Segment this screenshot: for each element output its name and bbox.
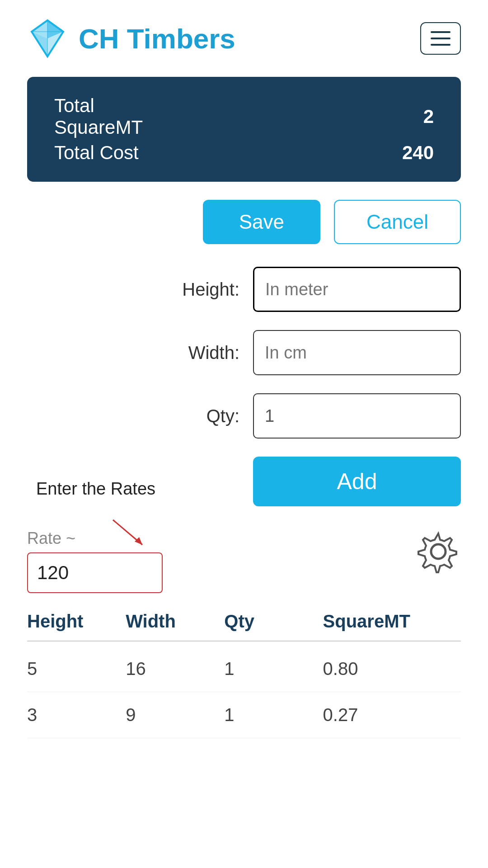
table-section: Height Width Qty SquareMT 5 16 1 0.80 3 … bbox=[0, 602, 488, 738]
qty-row: Qty: bbox=[27, 393, 461, 439]
col-squaremt: SquareMT bbox=[323, 611, 461, 632]
col-width: Width bbox=[126, 611, 224, 632]
summary-card: Total SquareMT 2 Total Cost 240 bbox=[27, 77, 461, 182]
logo-icon bbox=[27, 18, 68, 59]
form-section: Height: Width: Qty: bbox=[0, 267, 488, 439]
summary-cost-label: Total Cost bbox=[54, 142, 139, 164]
svg-marker-8 bbox=[135, 537, 142, 545]
header: CH Timbers bbox=[0, 0, 488, 72]
brand-section: CH Timbers bbox=[27, 18, 235, 59]
row1-height: 5 bbox=[27, 659, 126, 679]
qty-input[interactable] bbox=[253, 393, 461, 439]
save-button[interactable]: Save bbox=[203, 200, 320, 244]
summary-squaremt-value: 2 bbox=[423, 106, 434, 127]
width-label: Width: bbox=[167, 343, 239, 363]
rate-input-wrapper bbox=[27, 552, 163, 593]
add-button[interactable]: Add bbox=[253, 457, 461, 506]
brand-name: CH Timbers bbox=[79, 23, 235, 55]
summary-total-squaremt-row: Total SquareMT 2 bbox=[54, 95, 434, 138]
col-height: Height bbox=[27, 611, 126, 632]
row1-qty: 1 bbox=[224, 659, 323, 679]
width-input[interactable] bbox=[253, 330, 461, 375]
cancel-button[interactable]: Cancel bbox=[334, 200, 461, 244]
table-row: 3 9 1 0.27 bbox=[27, 692, 461, 738]
row1-width: 16 bbox=[126, 659, 224, 679]
rate-arrow-icon bbox=[108, 515, 154, 552]
height-input[interactable] bbox=[253, 267, 461, 312]
row2-qty: 1 bbox=[224, 705, 323, 725]
rate-right bbox=[244, 529, 461, 579]
col-qty: Qty bbox=[224, 611, 323, 632]
menu-line-2 bbox=[431, 38, 450, 39]
width-row: Width: bbox=[27, 330, 461, 375]
summary-cost-value: 240 bbox=[402, 142, 434, 164]
height-row: Height: bbox=[27, 267, 461, 312]
action-buttons: Save Cancel bbox=[0, 200, 488, 267]
row2-squaremt: 0.27 bbox=[323, 705, 461, 725]
summary-total-label: Total bbox=[54, 95, 143, 117]
row2-width: 9 bbox=[126, 705, 224, 725]
settings-icon[interactable] bbox=[416, 529, 461, 574]
row1-squaremt: 0.80 bbox=[323, 659, 461, 679]
summary-cost-row: Total Cost 240 bbox=[54, 142, 434, 164]
svg-point-9 bbox=[431, 544, 446, 559]
height-label: Height: bbox=[167, 279, 239, 300]
menu-line-3 bbox=[431, 44, 450, 46]
rate-input[interactable] bbox=[37, 562, 153, 584]
menu-button[interactable] bbox=[420, 22, 461, 55]
menu-line-1 bbox=[431, 31, 450, 33]
rate-tooltip: Enter the Rates bbox=[36, 479, 155, 499]
summary-squaremt-label: SquareMT bbox=[54, 117, 143, 138]
rate-left: Enter the Rates Rate ~ bbox=[27, 529, 244, 593]
rate-section: Enter the Rates Rate ~ bbox=[0, 529, 488, 593]
table-row: 5 16 1 0.80 bbox=[27, 646, 461, 692]
row2-height: 3 bbox=[27, 705, 126, 725]
table-header: Height Width Qty SquareMT bbox=[27, 611, 461, 642]
qty-label: Qty: bbox=[167, 406, 239, 426]
